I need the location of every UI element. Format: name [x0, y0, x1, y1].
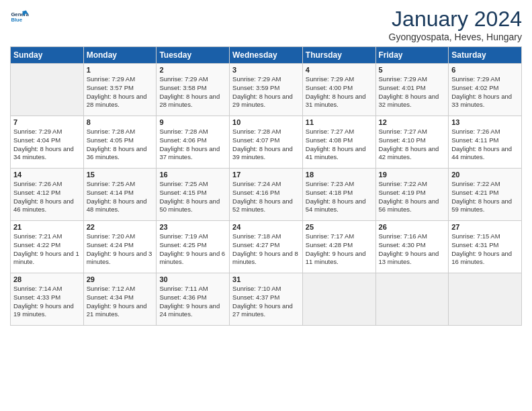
cell-sunset: Sunset: 4:28 PM [306, 241, 373, 250]
calendar-table: Sunday Monday Tuesday Wednesday Thursday… [10, 46, 522, 326]
cell-0-0 [11, 64, 84, 116]
cell-1-6: 13 Sunrise: 7:26 AM Sunset: 4:11 PM Dayl… [449, 116, 522, 169]
cell-sunrise: Sunrise: 7:25 AM [159, 180, 226, 189]
cell-3-3: 24 Sunrise: 7:18 AM Sunset: 4:27 PM Dayl… [230, 221, 303, 273]
cell-4-0: 28 Sunrise: 7:14 AM Sunset: 4:33 PM Dayl… [11, 273, 84, 326]
cell-sunset: Sunset: 3:57 PM [87, 84, 154, 93]
cell-daylight: Daylight: 8 hours and 28 minutes. [87, 93, 154, 110]
cell-sunset: Sunset: 4:05 PM [87, 136, 154, 145]
cell-daylight: Daylight: 9 hours and 3 minutes. [87, 250, 154, 267]
cell-1-3: 10 Sunrise: 7:28 AM Sunset: 4:07 PM Dayl… [230, 116, 303, 169]
cell-1-2: 9 Sunrise: 7:28 AM Sunset: 4:06 PM Dayli… [157, 116, 230, 169]
cell-daylight: Daylight: 9 hours and 11 minutes. [306, 250, 373, 267]
week-row-1: 1 Sunrise: 7:29 AM Sunset: 3:57 PM Dayli… [11, 64, 522, 116]
day-number: 27 [451, 223, 519, 231]
day-number: 14 [13, 171, 81, 179]
cell-daylight: Daylight: 8 hours and 29 minutes. [232, 93, 300, 110]
location-subtitle: Gyongyospata, Heves, Hungary [389, 32, 522, 42]
cell-sunrise: Sunrise: 7:27 AM [306, 128, 373, 136]
day-number: 28 [13, 275, 81, 283]
cell-daylight: Daylight: 8 hours and 59 minutes. [451, 197, 519, 215]
day-number: 3 [232, 66, 300, 74]
cell-sunset: Sunset: 4:36 PM [159, 293, 226, 302]
cell-daylight: Daylight: 8 hours and 48 minutes. [87, 197, 154, 215]
cell-sunset: Sunset: 4:12 PM [13, 189, 81, 197]
cell-sunset: Sunset: 4:16 PM [232, 189, 300, 197]
cell-sunrise: Sunrise: 7:28 AM [232, 128, 300, 136]
cell-sunset: Sunset: 4:19 PM [379, 189, 446, 197]
cell-daylight: Daylight: 8 hours and 28 minutes. [159, 93, 226, 110]
cell-0-3: 3 Sunrise: 7:29 AM Sunset: 3:59 PM Dayli… [230, 64, 303, 116]
cell-sunset: Sunset: 4:27 PM [232, 241, 300, 250]
cell-0-5: 5 Sunrise: 7:29 AM Sunset: 4:01 PM Dayli… [375, 64, 449, 116]
cell-2-5: 19 Sunrise: 7:22 AM Sunset: 4:19 PM Dayl… [375, 169, 449, 221]
day-number: 19 [379, 171, 446, 179]
cell-sunrise: Sunrise: 7:22 AM [379, 180, 446, 189]
cell-2-3: 17 Sunrise: 7:24 AM Sunset: 4:16 PM Dayl… [230, 169, 303, 221]
cell-4-1: 29 Sunrise: 7:12 AM Sunset: 4:34 PM Dayl… [83, 273, 157, 326]
cell-sunrise: Sunrise: 7:28 AM [87, 128, 154, 136]
cell-daylight: Daylight: 9 hours and 19 minutes. [13, 302, 81, 320]
cell-daylight: Daylight: 8 hours and 39 minutes. [232, 145, 300, 163]
cell-sunset: Sunset: 4:15 PM [159, 189, 226, 197]
cell-sunrise: Sunrise: 7:12 AM [87, 285, 154, 293]
page-container: General Blue January 2024 Gyongyospata, … [0, 0, 532, 332]
header-friday: Friday [375, 47, 449, 64]
page-header: General Blue January 2024 Gyongyospata, … [10, 7, 522, 42]
cell-sunrise: Sunrise: 7:19 AM [159, 232, 226, 241]
day-number: 12 [379, 118, 446, 126]
day-number: 30 [159, 275, 226, 283]
week-row-5: 28 Sunrise: 7:14 AM Sunset: 4:33 PM Dayl… [11, 273, 522, 326]
cell-daylight: Daylight: 9 hours and 1 minute. [13, 250, 81, 267]
cell-daylight: Daylight: 8 hours and 44 minutes. [451, 145, 519, 163]
cell-2-2: 16 Sunrise: 7:25 AM Sunset: 4:15 PM Dayl… [157, 169, 230, 221]
cell-sunrise: Sunrise: 7:22 AM [451, 180, 519, 189]
cell-daylight: Daylight: 8 hours and 33 minutes. [451, 93, 519, 110]
day-number: 2 [159, 66, 226, 74]
day-number: 17 [232, 171, 300, 179]
cell-sunrise: Sunrise: 7:11 AM [159, 285, 226, 293]
cell-3-0: 21 Sunrise: 7:21 AM Sunset: 4:22 PM Dayl… [11, 221, 84, 273]
day-number: 1 [87, 66, 154, 74]
cell-sunset: Sunset: 4:10 PM [379, 136, 446, 145]
cell-sunset: Sunset: 4:14 PM [87, 189, 154, 197]
day-number: 29 [87, 275, 154, 283]
day-number: 15 [87, 171, 154, 179]
cell-0-4: 4 Sunrise: 7:29 AM Sunset: 4:00 PM Dayli… [302, 64, 375, 116]
cell-sunset: Sunset: 4:33 PM [13, 293, 81, 302]
day-number: 21 [13, 223, 81, 231]
cell-3-4: 25 Sunrise: 7:17 AM Sunset: 4:28 PM Dayl… [302, 221, 375, 273]
svg-text:Blue: Blue [11, 17, 22, 23]
cell-1-5: 12 Sunrise: 7:27 AM Sunset: 4:10 PM Dayl… [375, 116, 449, 169]
cell-sunset: Sunset: 4:07 PM [232, 136, 300, 145]
day-number: 7 [13, 118, 81, 126]
cell-0-1: 1 Sunrise: 7:29 AM Sunset: 3:57 PM Dayli… [83, 64, 157, 116]
day-number: 25 [306, 223, 373, 231]
cell-sunrise: Sunrise: 7:10 AM [232, 285, 300, 293]
week-row-3: 14 Sunrise: 7:26 AM Sunset: 4:12 PM Dayl… [11, 169, 522, 221]
cell-daylight: Daylight: 9 hours and 13 minutes. [379, 250, 446, 267]
cell-0-6: 6 Sunrise: 7:29 AM Sunset: 4:02 PM Dayli… [449, 64, 522, 116]
day-number: 9 [159, 118, 226, 126]
cell-sunrise: Sunrise: 7:29 AM [87, 75, 154, 84]
cell-daylight: Daylight: 9 hours and 8 minutes. [232, 250, 300, 267]
cell-3-6: 27 Sunrise: 7:15 AM Sunset: 4:31 PM Dayl… [449, 221, 522, 273]
cell-sunset: Sunset: 4:22 PM [13, 241, 81, 250]
cell-1-1: 8 Sunrise: 7:28 AM Sunset: 4:05 PM Dayli… [83, 116, 157, 169]
cell-daylight: Daylight: 8 hours and 42 minutes. [379, 145, 446, 163]
cell-sunrise: Sunrise: 7:29 AM [306, 75, 373, 84]
cell-sunrise: Sunrise: 7:29 AM [451, 75, 519, 84]
cell-1-0: 7 Sunrise: 7:29 AM Sunset: 4:04 PM Dayli… [11, 116, 84, 169]
title-block: January 2024 Gyongyospata, Heves, Hungar… [389, 7, 522, 42]
day-number: 31 [232, 275, 300, 283]
cell-2-0: 14 Sunrise: 7:26 AM Sunset: 4:12 PM Dayl… [11, 169, 84, 221]
cell-4-5 [375, 273, 449, 326]
cell-sunrise: Sunrise: 7:29 AM [232, 75, 300, 84]
cell-sunrise: Sunrise: 7:29 AM [379, 75, 446, 84]
cell-daylight: Daylight: 8 hours and 31 minutes. [306, 93, 373, 110]
day-number: 10 [232, 118, 300, 126]
cell-4-3: 31 Sunrise: 7:10 AM Sunset: 4:37 PM Dayl… [230, 273, 303, 326]
cell-sunrise: Sunrise: 7:18 AM [232, 232, 300, 241]
cell-sunset: Sunset: 4:31 PM [451, 241, 519, 250]
header-saturday: Saturday [449, 47, 522, 64]
